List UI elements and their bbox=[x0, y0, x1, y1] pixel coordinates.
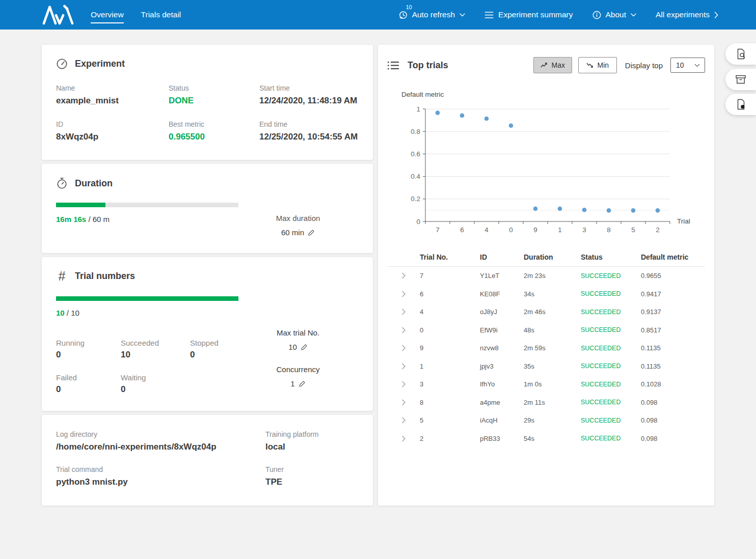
scatter-point bbox=[460, 114, 465, 118]
min-toggle-button[interactable]: Min bbox=[578, 57, 617, 73]
column-header[interactable]: ID bbox=[480, 253, 524, 261]
scatter-point bbox=[582, 208, 587, 212]
field-tuner: Tuner TPE bbox=[265, 465, 359, 487]
expand-row-button[interactable] bbox=[387, 381, 420, 387]
svg-text:0: 0 bbox=[509, 226, 513, 234]
trial-numbers-panel-title: Trial numbers bbox=[75, 271, 135, 282]
concurrency-label: Concurrency bbox=[265, 365, 331, 374]
scatter-point bbox=[436, 110, 440, 115]
stopwatch-icon bbox=[56, 177, 68, 189]
stat-waiting: Waiting 0 bbox=[121, 373, 190, 395]
top-trials-title: Top trials bbox=[408, 60, 448, 71]
svg-text:9: 9 bbox=[533, 226, 537, 234]
table-row: 0EfW9i48sSUCCEEDED0.8517 bbox=[387, 321, 705, 340]
field-trial-command: Trial command python3 mnist.py bbox=[56, 465, 265, 487]
duration-panel: Duration 16m 16s / 60 m Max duration 60 … bbox=[42, 164, 373, 253]
scatter-point bbox=[509, 123, 514, 128]
experiment-panel: Experiment Name example_mnist Status DON… bbox=[42, 45, 373, 160]
expand-row-button[interactable] bbox=[387, 272, 420, 279]
chevron-right-icon bbox=[714, 12, 718, 18]
svg-text:8: 8 bbox=[607, 226, 611, 234]
column-header[interactable]: Status bbox=[581, 253, 641, 261]
trials-progress-bar bbox=[56, 296, 238, 301]
table-header-row: Trial No.IDDurationStatusDefault metric bbox=[387, 250, 705, 267]
trial-no-cell: 4 bbox=[420, 308, 480, 316]
field-end-time: End time 12/25/2020, 10:54:55 AM bbox=[259, 120, 359, 142]
status-cell: SUCCEEDED bbox=[581, 381, 641, 388]
tab-trials-detail[interactable]: Trials detail bbox=[141, 8, 181, 21]
stat-failed: Failed 0 bbox=[56, 373, 121, 395]
chevron-down-icon bbox=[694, 64, 700, 67]
expand-row-button[interactable] bbox=[387, 399, 420, 406]
trial-no-cell: 7 bbox=[420, 272, 480, 280]
max-toggle-button[interactable]: Max bbox=[533, 57, 572, 73]
field-training-platform: Training platform local bbox=[265, 430, 359, 452]
max-trial-block: Max trial No. 10 bbox=[265, 328, 331, 351]
duration-cell: 1m 0s bbox=[524, 380, 581, 388]
table-row: 9nzvw82m 59sSUCCEEDED0.1135 bbox=[387, 339, 705, 357]
expand-row-button[interactable] bbox=[387, 363, 420, 370]
metric-cell: 0.9417 bbox=[641, 290, 705, 298]
trial-id-cell: pRB33 bbox=[480, 435, 524, 442]
svg-text:5: 5 bbox=[631, 226, 635, 234]
status-badge: DONE bbox=[169, 96, 259, 106]
error-log-button[interactable] bbox=[725, 94, 756, 115]
trend-down-icon bbox=[586, 62, 593, 68]
expand-row-button[interactable] bbox=[387, 417, 420, 424]
trial-id-cell: EfW9i bbox=[480, 326, 524, 334]
expand-row-button[interactable] bbox=[387, 291, 420, 297]
tab-overview[interactable]: Overview bbox=[91, 8, 124, 21]
top-trials-panel: Top trials Max Min Display top 10 bbox=[378, 45, 714, 506]
metric-cell: 0.9137 bbox=[641, 308, 705, 316]
expand-row-button[interactable] bbox=[387, 309, 420, 315]
status-cell: SUCCEEDED bbox=[581, 290, 641, 297]
svg-text:7: 7 bbox=[436, 226, 440, 234]
max-trial-value: 10 bbox=[288, 343, 297, 351]
svg-text:4: 4 bbox=[484, 226, 489, 234]
scatter-point bbox=[533, 207, 538, 211]
trial-id-cell: nzvw8 bbox=[480, 344, 524, 352]
expand-row-button[interactable] bbox=[387, 327, 420, 333]
duration-cell: 48s bbox=[524, 326, 581, 334]
stat-running: Running 0 bbox=[56, 339, 121, 360]
trial-id-cell: a4pme bbox=[480, 399, 524, 406]
expand-row-button[interactable] bbox=[387, 345, 420, 351]
edit-pencil-icon[interactable] bbox=[299, 380, 306, 387]
duration-cell: 34s bbox=[524, 290, 581, 298]
display-top-select[interactable]: 10 bbox=[670, 58, 705, 73]
duration-cell: 2m 59s bbox=[524, 344, 581, 352]
experiment-archive-button[interactable] bbox=[725, 69, 756, 90]
column-header[interactable]: Default metric bbox=[641, 253, 705, 261]
duration-cell: 54s bbox=[524, 435, 581, 442]
field-status: Status DONE bbox=[169, 84, 259, 106]
experiment-summary-button[interactable]: Experiment summary bbox=[484, 10, 573, 19]
view-config-button[interactable] bbox=[725, 43, 756, 65]
about-menu[interactable]: About bbox=[592, 10, 637, 19]
scatter-point bbox=[607, 208, 611, 213]
status-cell: SUCCEEDED bbox=[581, 309, 641, 316]
svg-text:1: 1 bbox=[416, 105, 420, 113]
chevron-right-icon bbox=[401, 399, 406, 406]
status-cell: SUCCEEDED bbox=[581, 345, 641, 352]
edit-pencil-icon[interactable] bbox=[301, 344, 308, 351]
auto-refresh-menu[interactable]: 10 Auto refresh bbox=[399, 10, 465, 19]
max-duration-value: 60 min bbox=[281, 228, 304, 237]
expand-row-button[interactable] bbox=[387, 435, 420, 442]
metric-cell: 0.1135 bbox=[641, 344, 705, 352]
trial-status-stats: Running 0 Succeeded 10 Stopped 0 Failed … bbox=[56, 339, 250, 395]
column-header[interactable]: Duration bbox=[524, 253, 581, 261]
chevron-right-icon bbox=[401, 381, 406, 387]
table-body: 7Y1LeT2m 23sSUCCEEDED0.96556KE08F34sSUCC… bbox=[387, 267, 705, 448]
metric-cell: 0.098 bbox=[641, 435, 705, 442]
status-cell: SUCCEEDED bbox=[581, 435, 641, 442]
trial-id-cell: oJ8yJ bbox=[480, 308, 524, 316]
edit-pencil-icon[interactable] bbox=[308, 229, 315, 236]
table-row: 8a4pme2m 11sSUCCEEDED0.098 bbox=[387, 394, 705, 412]
svg-text:0.2: 0.2 bbox=[411, 195, 420, 203]
duration-cell: 2m 46s bbox=[524, 308, 581, 316]
column-header[interactable]: Trial No. bbox=[420, 253, 480, 261]
trial-id-cell: KE08F bbox=[480, 290, 524, 298]
chevron-right-icon bbox=[401, 417, 406, 424]
trial-no-cell: 0 bbox=[420, 326, 480, 334]
all-experiments-link[interactable]: All experiments bbox=[656, 10, 718, 19]
